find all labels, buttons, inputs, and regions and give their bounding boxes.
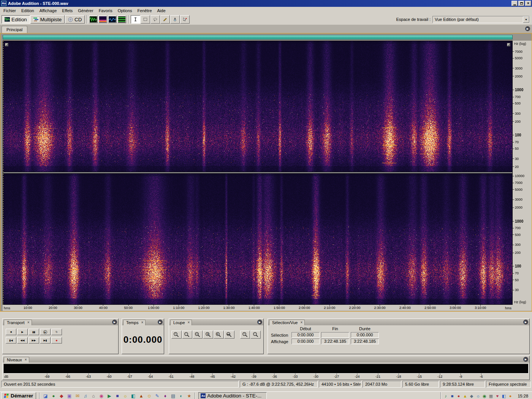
play-button[interactable]: ▶: [17, 329, 28, 335]
panel-menu-icon[interactable]: ▶: [112, 320, 117, 325]
menu-edition[interactable]: Edition: [19, 8, 37, 14]
zoom-sel-left-button[interactable]: ◄: [203, 331, 213, 339]
zoom-sel-right-button[interactable]: ►: [214, 331, 224, 339]
tray-icon-9[interactable]: ♥: [494, 393, 500, 399]
multipiste-mode-button[interactable]: Multipiste: [30, 15, 65, 24]
time-tab[interactable]: Temps ×: [123, 320, 146, 325]
go-start-button[interactable]: ▮◀: [6, 337, 16, 344]
quicklaunch-icon-8[interactable]: ◉: [97, 393, 105, 399]
quicklaunch-icon-19[interactable]: ★: [185, 393, 193, 399]
selection-view-tab[interactable]: Sélection/Vue ×: [269, 320, 305, 325]
tray-icon-5[interactable]: ◆: [468, 393, 475, 399]
menu-fichier[interactable]: Fichier: [1, 8, 19, 14]
phase-display-icon[interactable]: [117, 16, 126, 23]
quicklaunch-icon-17[interactable]: ▤: [169, 393, 177, 399]
quicklaunch-icon-5[interactable]: ✉: [73, 393, 81, 399]
menu-favoris[interactable]: Favoris: [96, 8, 115, 14]
pencil-tool[interactable]: [160, 15, 170, 24]
quicklaunch-icon-9[interactable]: ▶: [105, 393, 113, 399]
field-affichage-fin[interactable]: 3:22:48.185: [321, 339, 349, 344]
transport-tab[interactable]: Transport ×: [4, 320, 32, 325]
panel-menu-icon[interactable]: ▶: [525, 26, 530, 31]
tray-icon-6[interactable]: ☼: [475, 393, 481, 399]
quicklaunch-icon-3[interactable]: ◆: [57, 393, 65, 399]
tray-icon-4[interactable]: ▲: [462, 393, 468, 399]
field-affichage-de-but[interactable]: 0:00.000: [291, 339, 320, 344]
menu-fene-tre[interactable]: Fenêtre: [135, 8, 155, 14]
hybrid-tool[interactable]: [180, 15, 190, 24]
stop-button[interactable]: ■: [6, 329, 16, 335]
zoom-tab[interactable]: Loupe ×: [170, 320, 192, 325]
levels-tab[interactable]: Niveaux ×: [4, 357, 29, 363]
panel-close-icon[interactable]: ×: [25, 358, 27, 362]
play-circled-button[interactable]: ▶: [40, 329, 51, 335]
zoom-in-h-button[interactable]: +: [171, 331, 182, 339]
tray-icon-2[interactable]: ■: [449, 393, 455, 399]
quicklaunch-icon-13[interactable]: ▲: [137, 393, 145, 399]
taskbar-task-button[interactable]: Au Adobe Audition - STE-...: [198, 392, 267, 399]
quicklaunch-icon-1[interactable]: ◪: [41, 393, 49, 399]
workspace-select[interactable]: Vue Edition (par défaut) ▼: [432, 16, 530, 23]
cd-mode-button[interactable]: CD: [65, 15, 85, 24]
panel-menu-icon[interactable]: ▶: [158, 320, 163, 325]
pause-button[interactable]: ▮▮: [28, 329, 39, 335]
scrub-tool[interactable]: [170, 15, 180, 24]
quicklaunch-icon-11[interactable]: ☼: [121, 393, 129, 399]
panel-close-icon[interactable]: ×: [27, 321, 30, 325]
menu-options[interactable]: Options: [115, 8, 135, 14]
menu-aide[interactable]: Aide: [155, 8, 168, 14]
menu-effets[interactable]: Effets: [59, 8, 75, 14]
start-button[interactable]: Démarrer: [1, 392, 36, 399]
tray-icon-7[interactable]: ◉: [481, 393, 488, 399]
loop-button[interactable]: ↻: [51, 329, 62, 335]
workspace-dropdown-arrow-icon[interactable]: ▼: [523, 16, 529, 23]
zoom-in-v-button[interactable]: +: [240, 331, 250, 339]
quicklaunch-icon-10[interactable]: ■: [113, 393, 121, 399]
boundary-handle-icon[interactable]: [5, 43, 8, 46]
spectrogram-right-channel[interactable]: [3, 174, 512, 304]
panel-menu-icon[interactable]: ▶: [523, 320, 528, 325]
tray-icon-8[interactable]: ▦: [488, 393, 494, 399]
lasso-selection-tool[interactable]: [150, 15, 160, 24]
boundary-handle-icon[interactable]: [507, 43, 510, 46]
quicklaunch-icon-16[interactable]: ♦: [161, 393, 169, 399]
frequency-axis[interactable]: Hz (log) 7000500030002000100070050030020…: [513, 41, 532, 311]
spectrogram-canvas-left[interactable]: [3, 41, 512, 172]
forward-button[interactable]: ▶▶: [28, 337, 39, 344]
tray-icon-11[interactable]: ●: [507, 393, 513, 399]
pan-display-icon[interactable]: [108, 16, 117, 23]
field-se-lection-fin[interactable]: [321, 332, 349, 338]
timeline-ruler[interactable]: hmshms10:0020:0030:0040:0050:001:00:001:…: [3, 305, 513, 311]
panel-close-icon[interactable]: ×: [141, 321, 143, 325]
zoom-window-button[interactable]: ▭: [193, 331, 203, 339]
spectral-display-icon[interactable]: [98, 16, 107, 23]
tray-icon-1[interactable]: ♪: [442, 393, 449, 399]
quicklaunch-icon-6[interactable]: ♫: [81, 393, 89, 399]
rewind-button[interactable]: ◀◀: [17, 337, 28, 344]
tab-principal[interactable]: Principal: [2, 26, 27, 33]
spectrogram-canvas-right[interactable]: [3, 174, 512, 304]
record-button[interactable]: ●: [51, 337, 62, 344]
quicklaunch-icon-12[interactable]: ◧: [129, 393, 137, 399]
quicklaunch-icon-15[interactable]: ✎: [153, 393, 161, 399]
panel-menu-icon[interactable]: ▶: [523, 357, 528, 362]
field-se-lection-dure-e[interactable]: 0:00.000: [351, 332, 379, 338]
panel-close-icon[interactable]: ×: [300, 321, 302, 325]
panel-close-icon[interactable]: ×: [188, 321, 190, 325]
restore-button[interactable]: [518, 1, 524, 6]
field-se-lection-de-but[interactable]: 0:00.000: [291, 332, 320, 338]
overview-scrollbar[interactable]: [3, 35, 513, 40]
zoom-out-h-button[interactable]: −: [182, 331, 192, 339]
waveform-display-icon[interactable]: [89, 16, 98, 23]
zoom-selection-button[interactable]: ▬: [224, 331, 234, 339]
quicklaunch-icon-18[interactable]: ◐: [177, 393, 185, 399]
edition-mode-button[interactable]: Edition: [2, 15, 30, 24]
tray-icon-3[interactable]: ●: [455, 393, 462, 399]
menu-affichage[interactable]: Affichage: [37, 8, 60, 14]
go-end-button[interactable]: ▶▮: [40, 337, 51, 344]
quicklaunch-icon-14[interactable]: ☺: [145, 393, 153, 399]
marquee-selection-tool[interactable]: [141, 15, 150, 24]
field-affichage-dure-e[interactable]: 3:22:48.185: [351, 339, 379, 344]
panel-menu-icon[interactable]: ▶: [257, 320, 262, 325]
tray-icon-10[interactable]: ◧: [500, 393, 507, 399]
